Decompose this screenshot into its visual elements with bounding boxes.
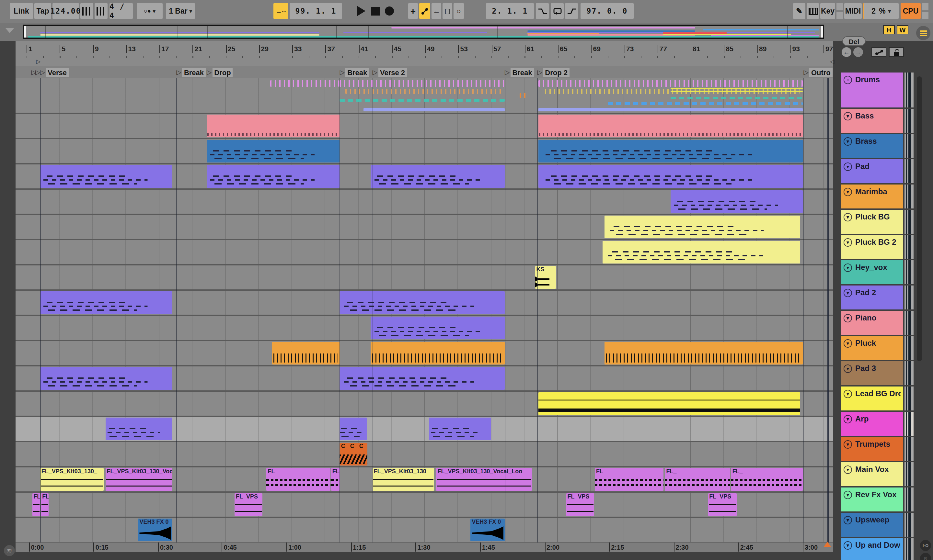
returns-section-toggle[interactable]: R	[920, 553, 931, 560]
stop-button[interactable]	[371, 3, 380, 19]
unfold-track-icon[interactable]: ▼	[844, 541, 852, 550]
optimize-height-button[interactable]: H	[883, 25, 895, 34]
track-header-pad-3[interactable]: ▼Pad 3	[841, 361, 914, 385]
lane-upsweep[interactable]: VEH3 FX 0VEH3 FX 0	[15, 518, 833, 542]
lane-drums[interactable]	[15, 78, 833, 113]
unfold-track-icon[interactable]: ▼	[844, 491, 852, 499]
clip[interactable]: FL	[595, 468, 663, 491]
lane-brass[interactable]	[15, 139, 833, 163]
clip[interactable]	[371, 165, 505, 188]
unfold-track-icon[interactable]: ▼	[844, 188, 852, 196]
clip[interactable]: FL_VPS_Kit03_130_Vocal_Loo	[436, 468, 532, 491]
track-title-area[interactable]: ▼Pad 2	[841, 286, 903, 309]
clip[interactable]	[340, 367, 505, 390]
midi-map-button[interactable]: MIDI	[844, 3, 862, 19]
clip[interactable]	[538, 140, 803, 163]
reenable-automation-button[interactable]: ←	[432, 3, 441, 19]
clip[interactable]	[605, 215, 800, 238]
loop-brace-row[interactable]: ▷◁	[15, 58, 833, 66]
loop-end-handle[interactable]: ◁	[830, 58, 834, 65]
track-title-area[interactable]: ▼Piano	[841, 311, 903, 335]
clip[interactable]: FL_	[731, 468, 803, 491]
track-header-trumpets[interactable]: ▼Trumpets	[841, 437, 914, 461]
track-title-area[interactable]: ▼Rev Fx Vox	[841, 488, 903, 511]
clip[interactable]: FL_	[665, 468, 730, 491]
clip[interactable]: FL_VPS	[708, 493, 737, 516]
clip[interactable]	[40, 367, 172, 390]
clip[interactable]	[207, 165, 340, 188]
unfold-track-icon[interactable]: ▼	[844, 440, 852, 449]
clip[interactable]: KS	[535, 266, 555, 289]
track-header-up-and-down[interactable]: ▼Up and Down	[841, 538, 914, 560]
record-button[interactable]	[384, 3, 395, 19]
computer-midi-keyboard-button[interactable]	[807, 3, 819, 19]
locator-verse-2[interactable]: ▷Verse 2	[373, 67, 407, 77]
vertical-scrollbar[interactable]	[917, 76, 922, 361]
track-title-area[interactable]: ▼Pad	[841, 159, 903, 183]
clip[interactable]	[605, 342, 803, 365]
follow-button[interactable]: →··	[273, 3, 288, 19]
track-header-brass[interactable]: ▼Brass	[841, 134, 914, 158]
track-title-area[interactable]: ▼Main Vox	[841, 462, 903, 486]
lane-pad[interactable]	[15, 165, 833, 188]
locator-drop[interactable]: ▷Drop	[207, 67, 233, 77]
track-header-hey_vox[interactable]: ▼Hey_vox	[841, 260, 914, 284]
lane-hey_vox[interactable]: KS	[15, 265, 833, 289]
session-record-button[interactable]: ○	[453, 3, 464, 19]
clip[interactable]	[671, 190, 803, 213]
clip[interactable]	[538, 392, 800, 415]
clip[interactable]	[272, 342, 340, 365]
overdub-button[interactable]: +	[408, 3, 418, 19]
locator-row[interactable]: ▷▷▷Verse▷Break▷Drop▷Break▷Verse 2▷Break▷…	[15, 66, 833, 78]
track-header-arp[interactable]: ▼Arp	[841, 412, 914, 436]
unfold-track-icon[interactable]: ▼	[844, 137, 852, 146]
lane-pad-3[interactable]	[15, 366, 833, 391]
metronome-toggle[interactable]: ○●▾	[137, 3, 163, 19]
lane-pluck[interactable]	[15, 341, 833, 365]
groove-nudge-down-button[interactable]	[80, 3, 93, 19]
lane-pluck-bg-2[interactable]	[15, 240, 833, 264]
history-back-button[interactable]: ←	[842, 47, 851, 57]
clip[interactable]	[603, 241, 800, 263]
automation-arm-button[interactable]	[419, 3, 430, 19]
midi-capture-button[interactable]: [ ]	[443, 3, 452, 19]
time-signature-field[interactable]: 4 / 4	[109, 3, 133, 19]
track-title-area[interactable]: ▼Up and Down	[841, 538, 903, 560]
unfold-track-icon[interactable]: ▼	[844, 238, 852, 247]
track-header-pluck-bg[interactable]: ▼Pluck BG	[841, 210, 914, 234]
track-header-pluck-bg-2[interactable]: ▼Pluck BG 2	[841, 235, 914, 259]
track-title-area[interactable]: ▼Trumpets	[841, 437, 903, 461]
locator-break[interactable]: ▷Break	[340, 67, 369, 77]
cpu-overload-indicator[interactable]: CPU	[901, 3, 921, 19]
clip[interactable]	[207, 140, 340, 163]
lane-arp[interactable]	[15, 417, 833, 441]
track-header-main-vox[interactable]: ▼Main Vox	[841, 462, 914, 486]
track-title-area[interactable]: ▼Bass	[841, 109, 903, 133]
clip[interactable]: FL_VPS	[234, 493, 262, 516]
track-header-bass[interactable]: ▼Bass	[841, 109, 914, 133]
unfold-track-icon[interactable]: ▼	[844, 516, 852, 525]
clip[interactable]: FL_VPS_Kit03_130_	[40, 468, 104, 491]
tempo-field[interactable]: 124.00	[52, 3, 79, 19]
track-header-marimba[interactable]: ▼Marimba	[841, 185, 914, 208]
tap-tempo-button[interactable]: Tap	[34, 3, 51, 19]
link-button[interactable]: Link	[10, 3, 33, 19]
track-title-area[interactable]: ▼Pluck BG	[841, 210, 903, 234]
arrangement-position-display[interactable]: 99. 1. 1	[290, 3, 342, 19]
clip[interactable]	[538, 115, 803, 137]
delete-button[interactable]: Del	[842, 36, 866, 46]
track-title-area[interactable]: ▼Hey_vox	[841, 260, 903, 284]
insert-marker-triangle[interactable]	[824, 542, 831, 547]
unfold-track-icon[interactable]: ▼	[844, 112, 852, 120]
clip[interactable]	[340, 291, 505, 314]
draw-mode-button[interactable]: ✎	[793, 3, 805, 19]
track-header-pluck[interactable]: ▼Pluck	[841, 336, 914, 360]
link-tool-button[interactable]	[871, 47, 886, 57]
clip[interactable]: FL	[32, 493, 40, 516]
unfold-track-icon[interactable]: ▼	[844, 339, 852, 348]
clip[interactable]: FL_VPS_Kit03_130	[373, 468, 434, 491]
locator-break[interactable]: ▷Break	[505, 67, 534, 77]
unfold-track-icon[interactable]: ▼	[844, 314, 852, 322]
lane-bass[interactable]	[15, 114, 833, 138]
arrangement-overview[interactable]	[23, 25, 824, 39]
